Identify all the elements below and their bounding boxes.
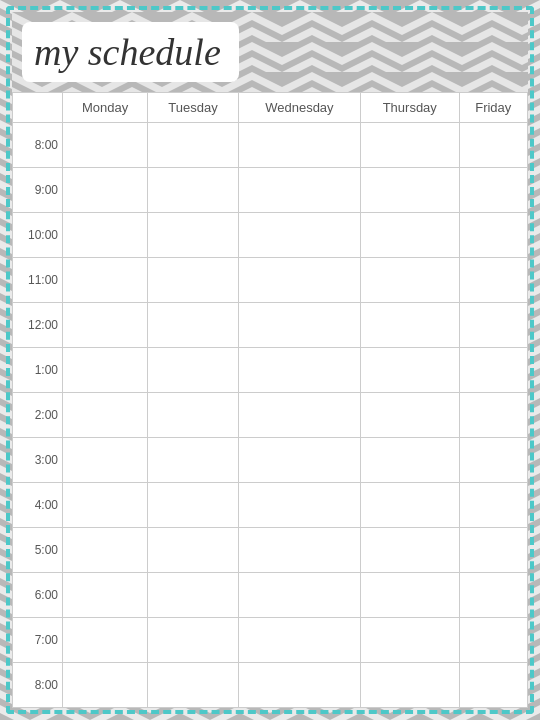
schedule-cell[interactable] (459, 438, 527, 483)
schedule-cell[interactable] (238, 483, 360, 528)
schedule-cell[interactable] (148, 168, 239, 213)
schedule-cell[interactable] (361, 528, 460, 573)
time-label: 7:00 (13, 618, 63, 663)
time-row: 2:00 (13, 393, 528, 438)
outer-border: my schedule Monday Tuesday Wednesday Thu… (0, 0, 540, 720)
schedule-cell[interactable] (148, 483, 239, 528)
header-area: my schedule (12, 12, 528, 92)
schedule-cell[interactable] (361, 438, 460, 483)
time-row: 3:00 (13, 438, 528, 483)
time-label: 1:00 (13, 348, 63, 393)
schedule-cell[interactable] (238, 393, 360, 438)
schedule-cell[interactable] (361, 663, 460, 708)
inner-content: my schedule Monday Tuesday Wednesday Thu… (12, 12, 528, 708)
schedule-cell[interactable] (238, 573, 360, 618)
schedule-cell[interactable] (148, 303, 239, 348)
schedule-cell[interactable] (361, 573, 460, 618)
schedule-cell[interactable] (63, 618, 148, 663)
time-row: 11:00 (13, 258, 528, 303)
schedule-cell[interactable] (148, 123, 239, 168)
schedule-cell[interactable] (238, 348, 360, 393)
time-label: 4:00 (13, 483, 63, 528)
schedule-table: Monday Tuesday Wednesday Thursday Friday… (12, 92, 528, 708)
col-friday: Friday (459, 93, 527, 123)
schedule-cell[interactable] (63, 573, 148, 618)
schedule-cell[interactable] (238, 618, 360, 663)
time-row: 10:00 (13, 213, 528, 258)
schedule-cell[interactable] (148, 618, 239, 663)
schedule-cell[interactable] (238, 303, 360, 348)
schedule-cell[interactable] (238, 168, 360, 213)
schedule-cell[interactable] (361, 258, 460, 303)
schedule-cell[interactable] (63, 663, 148, 708)
schedule-cell[interactable] (148, 438, 239, 483)
time-row: 1:00 (13, 348, 528, 393)
schedule-cell[interactable] (459, 663, 527, 708)
schedule-cell[interactable] (361, 618, 460, 663)
schedule-cell[interactable] (63, 393, 148, 438)
time-label: 8:00 (13, 663, 63, 708)
time-row: 4:00 (13, 483, 528, 528)
time-label: 11:00 (13, 258, 63, 303)
schedule-cell[interactable] (459, 348, 527, 393)
schedule-cell[interactable] (63, 348, 148, 393)
schedule-cell[interactable] (459, 303, 527, 348)
time-label: 8:00 (13, 123, 63, 168)
schedule-cell[interactable] (148, 348, 239, 393)
time-label: 10:00 (13, 213, 63, 258)
time-label: 5:00 (13, 528, 63, 573)
time-label: 6:00 (13, 573, 63, 618)
schedule-cell[interactable] (459, 123, 527, 168)
schedule-cell[interactable] (459, 258, 527, 303)
schedule-cell[interactable] (361, 348, 460, 393)
time-row: 6:00 (13, 573, 528, 618)
time-row: 9:00 (13, 168, 528, 213)
col-tuesday: Tuesday (148, 93, 239, 123)
schedule-cell[interactable] (148, 573, 239, 618)
schedule-cell[interactable] (63, 528, 148, 573)
schedule-cell[interactable] (459, 213, 527, 258)
schedule-cell[interactable] (459, 573, 527, 618)
schedule-cell[interactable] (459, 393, 527, 438)
schedule-cell[interactable] (148, 258, 239, 303)
schedule-cell[interactable] (148, 393, 239, 438)
header-row: Monday Tuesday Wednesday Thursday Friday (13, 93, 528, 123)
schedule-cell[interactable] (361, 393, 460, 438)
time-row: 8:00 (13, 663, 528, 708)
schedule-cell[interactable] (459, 168, 527, 213)
title-box: my schedule (22, 22, 239, 82)
schedule-cell[interactable] (459, 528, 527, 573)
schedule-cell[interactable] (63, 483, 148, 528)
schedule-cell[interactable] (148, 213, 239, 258)
schedule-cell[interactable] (238, 438, 360, 483)
time-row: 7:00 (13, 618, 528, 663)
schedule-cell[interactable] (148, 528, 239, 573)
time-label: 12:00 (13, 303, 63, 348)
time-label: 9:00 (13, 168, 63, 213)
schedule-cell[interactable] (63, 258, 148, 303)
schedule-grid: Monday Tuesday Wednesday Thursday Friday… (12, 92, 528, 708)
schedule-cell[interactable] (459, 483, 527, 528)
schedule-cell[interactable] (459, 618, 527, 663)
col-thursday: Thursday (361, 93, 460, 123)
schedule-cell[interactable] (361, 123, 460, 168)
schedule-cell[interactable] (361, 483, 460, 528)
schedule-cell[interactable] (63, 213, 148, 258)
schedule-cell[interactable] (361, 168, 460, 213)
schedule-cell[interactable] (63, 303, 148, 348)
schedule-cell[interactable] (148, 663, 239, 708)
schedule-cell[interactable] (238, 663, 360, 708)
schedule-cell[interactable] (238, 258, 360, 303)
schedule-cell[interactable] (238, 213, 360, 258)
schedule-cell[interactable] (361, 303, 460, 348)
schedule-cell[interactable] (238, 123, 360, 168)
col-wednesday: Wednesday (238, 93, 360, 123)
col-monday: Monday (63, 93, 148, 123)
schedule-cell[interactable] (63, 438, 148, 483)
schedule-cell[interactable] (63, 123, 148, 168)
time-row: 12:00 (13, 303, 528, 348)
time-header (13, 93, 63, 123)
schedule-cell[interactable] (361, 213, 460, 258)
schedule-cell[interactable] (238, 528, 360, 573)
schedule-cell[interactable] (63, 168, 148, 213)
